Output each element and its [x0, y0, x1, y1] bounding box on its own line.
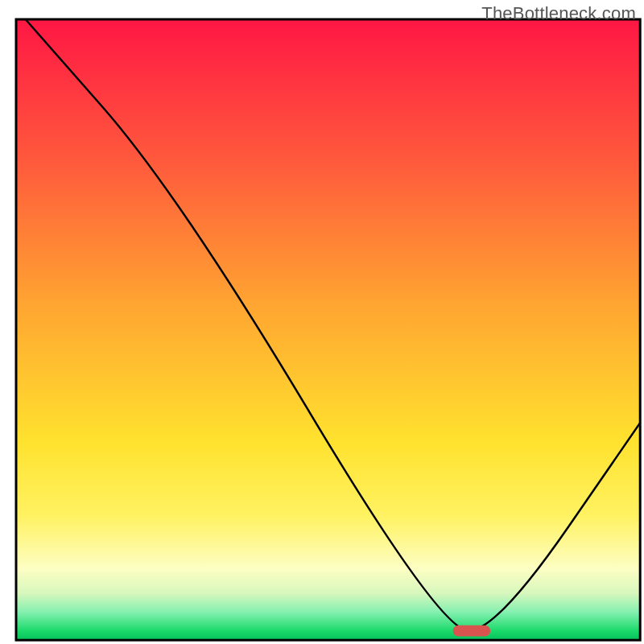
- chart-background: [16, 19, 640, 640]
- chart-container: TheBottleneck.com: [0, 0, 644, 644]
- watermark-text: TheBottleneck.com: [481, 3, 636, 24]
- chart-svg: [0, 0, 644, 644]
- optimal-marker: [453, 625, 491, 637]
